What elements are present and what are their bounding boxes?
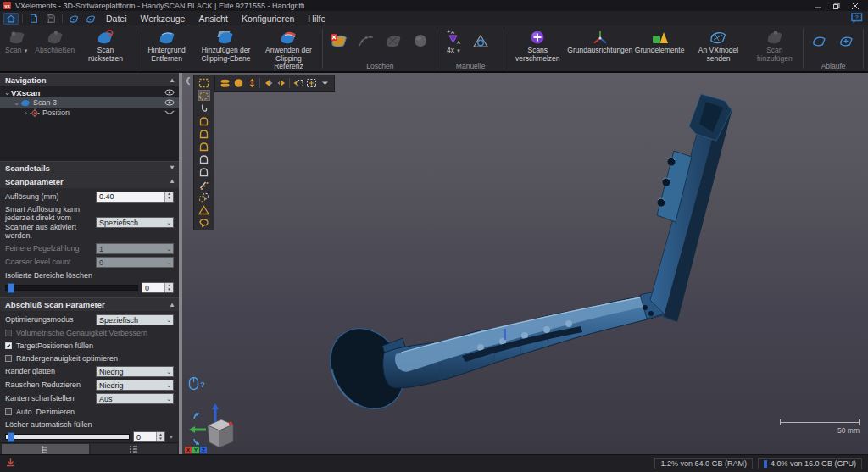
save-icon[interactable] <box>43 13 58 25</box>
collapse-panel-icon[interactable]: ❮ <box>185 76 192 85</box>
close-icon[interactable] <box>846 0 865 11</box>
select-ellipses-icon[interactable] <box>198 192 210 203</box>
scan-reset-button[interactable]: Scan rücksetzen <box>78 26 133 63</box>
eye-icon[interactable] <box>164 88 175 97</box>
expander-down-icon[interactable]: ⌄ <box>13 99 20 107</box>
view-updown-icon[interactable] <box>246 78 258 89</box>
nav-arrow-right-icon[interactable] <box>275 78 287 89</box>
select-dome-icon[interactable] <box>198 128 210 139</box>
download-icon[interactable] <box>6 458 15 469</box>
select-dome-gray-icon[interactable] <box>198 166 210 177</box>
minimize-icon[interactable] <box>809 0 827 11</box>
select-freeform-icon[interactable] <box>198 90 210 101</box>
field-label: Kanten scharfstellen <box>5 394 96 403</box>
expander-right-icon[interactable]: › <box>22 109 30 117</box>
caret-icon[interactable] <box>319 78 331 89</box>
scan-button[interactable]: Scan▼ <box>2 26 31 55</box>
final-select[interactable]: Aus⌄ <box>96 393 174 404</box>
final-select[interactable]: Niedrig⌄ <box>96 380 174 391</box>
menu-hilfe[interactable]: Hilfe <box>301 14 332 24</box>
select-polygon-icon[interactable] <box>198 217 210 228</box>
button-label: Scan▼ <box>5 47 28 55</box>
tree-item-vxscan[interactable]: ⌄VXscan <box>0 87 179 97</box>
navigation-panel-header[interactable]: Navigation ▴ <box>0 73 179 86</box>
base-alignments-button[interactable]: Grundausrichtungen <box>569 26 632 55</box>
slider-track[interactable] <box>5 434 130 440</box>
send-to-vxmodel-button[interactable]: An VXmodel senden <box>687 26 748 63</box>
help-bubble-icon[interactable]: ? <box>850 13 863 24</box>
view-circle-icon[interactable] <box>232 78 244 89</box>
menu-ansicht[interactable]: Ansicht <box>192 14 234 24</box>
ribbon-toolbar: Scan▼AbschließenScan rücksetzenHintergru… <box>0 25 868 73</box>
delete-curve-button[interactable] <box>353 26 380 49</box>
button-label: Hinzufügen der Clipping-Ebene <box>198 47 253 63</box>
slider-thumb[interactable] <box>8 432 14 442</box>
sheet-redo-icon[interactable] <box>83 13 98 25</box>
delete-sphere-button[interactable] <box>407 26 434 49</box>
dropdown-caret-icon[interactable]: ▼ <box>169 435 174 440</box>
select-dome-icon[interactable] <box>198 141 210 152</box>
scanparameter-select[interactable]: Speziefisch⌄ <box>96 217 174 228</box>
scanparameter-panel-header[interactable]: Scanparameter ▴ <box>0 175 179 188</box>
final-select[interactable]: Speziefisch⌄ <box>96 314 174 325</box>
eye-icon[interactable] <box>164 98 175 107</box>
nav-arrow-left-icon[interactable] <box>262 78 274 89</box>
menu-datei[interactable]: Datei <box>99 14 134 24</box>
menu-werkzeuge[interactable]: Werkzeuge <box>134 14 192 24</box>
finish-button[interactable]: Abschließen <box>31 26 78 55</box>
scanparameter-row-0: Auflösung (mm)0.40▲▼ <box>5 192 174 203</box>
zoom-selection-icon[interactable] <box>292 78 303 89</box>
resolution-triangle-button[interactable] <box>467 26 494 49</box>
unchecked-checkbox[interactable] <box>5 408 12 415</box>
spinner-arrows-icon[interactable]: ▲▼ <box>164 283 173 292</box>
slider-value-spinner[interactable]: 0▲▼ <box>133 431 165 442</box>
unchecked-checkbox[interactable] <box>5 330 12 336</box>
select-brush-icon[interactable] <box>198 179 210 190</box>
apply-clipping-reference-button[interactable]: Anwenden der Clipping Referenz <box>257 26 320 71</box>
unchecked-checkbox[interactable] <box>5 355 12 362</box>
curve-icon[interactable] <box>164 108 175 117</box>
tree-item-scan-3[interactable]: ⌄Scan 3 <box>0 97 179 108</box>
select-rectangle-icon[interactable] <box>198 77 210 88</box>
final-scan-panel-header[interactable]: Abschluß Scan Parameter ▴ <box>0 297 179 311</box>
final-select[interactable]: Niedrig⌄ <box>96 366 174 377</box>
scanparameter-select[interactable]: 0⌄ <box>96 257 174 268</box>
scanparameter-spinner[interactable]: 0.40▲▼ <box>96 192 174 203</box>
slider-track[interactable] <box>5 285 138 291</box>
menu-konfigurieren[interactable]: Konfigurieren <box>235 14 301 24</box>
base-elements-button[interactable]: Grundelemente <box>632 26 688 55</box>
maximize-icon[interactable] <box>827 0 846 11</box>
zoom-frame-icon[interactable] <box>305 78 317 89</box>
delete-selection-button[interactable] <box>326 26 353 49</box>
add-clipping-plane-button[interactable]: Hinzufügen der Clipping-Ebene <box>194 26 257 63</box>
new-document-icon[interactable] <box>26 13 42 25</box>
list-view-tab[interactable] <box>91 444 178 454</box>
workflow-1-button[interactable] <box>806 26 833 49</box>
scandetails-panel-header[interactable]: Scandetails ▾ <box>0 161 179 175</box>
delete-mesh-button[interactable] <box>380 26 407 49</box>
slider-thumb[interactable] <box>8 283 14 293</box>
tree-view-tab[interactable] <box>2 444 89 454</box>
sheet-undo-icon[interactable] <box>66 13 81 25</box>
resolution-4x-button[interactable]: +AA4x▼ <box>440 26 467 55</box>
select-dome-icon[interactable] <box>198 115 210 126</box>
viewport-3d[interactable]: ❮ ? XYZ 50 <box>182 73 868 455</box>
spinner-arrows-icon[interactable]: ▲▼ <box>156 432 164 441</box>
mouse-help-icon[interactable]: ? <box>188 376 207 391</box>
select-dome-gray-icon[interactable] <box>198 153 210 164</box>
scanparameter-select[interactable]: 1⌄ <box>96 243 174 254</box>
remove-background-button[interactable]: Hintergrund Entfernen <box>139 26 195 63</box>
checked-checkbox[interactable] <box>5 342 12 349</box>
merge-scans-button[interactable]: Scans verschmelzen <box>507 26 569 63</box>
tree-item-position[interactable]: ›Position <box>0 108 179 118</box>
slider-value-spinner[interactable]: 0▲▼ <box>142 282 174 293</box>
select-hook-icon[interactable] <box>198 103 210 114</box>
add-scan-button[interactable]: Scan hinzufügen <box>749 26 800 63</box>
scanparameter-row-5: 0▲▼ <box>5 282 174 293</box>
workflow-2-button[interactable] <box>833 26 860 49</box>
home-icon[interactable] <box>3 13 19 25</box>
view-spheres-icon[interactable] <box>219 78 231 89</box>
expander-down-icon[interactable]: ⌄ <box>3 89 11 97</box>
spinner-arrows-icon[interactable]: ▲▼ <box>164 192 173 202</box>
select-triangle-icon[interactable] <box>198 204 210 215</box>
